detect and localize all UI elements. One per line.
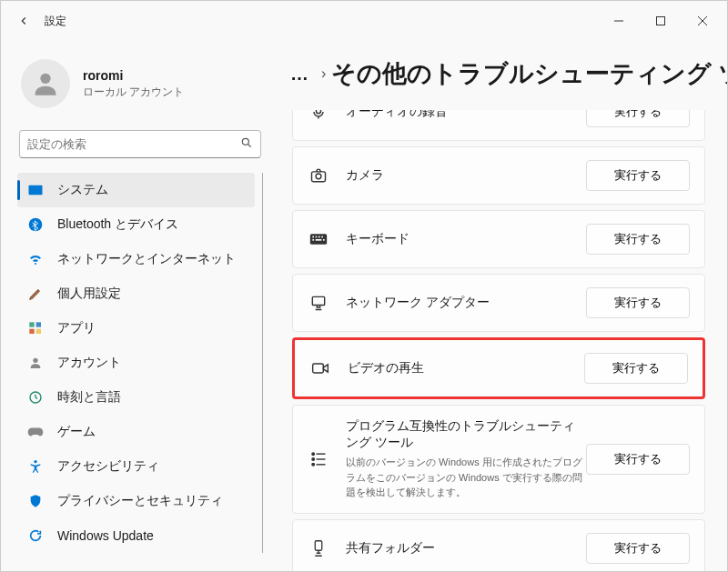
run-button[interactable]: 実行する <box>586 287 690 318</box>
sidebar-item-label: Windows Update <box>57 528 154 543</box>
card-title: プログラム互換性のトラブルシューティング ツール <box>346 418 586 451</box>
svg-point-18 <box>316 174 321 179</box>
sidebar-item-label: アプリ <box>57 320 96 336</box>
sidebar-item-label: Bluetooth とデバイス <box>57 216 178 233</box>
sidebar-item-label: ゲーム <box>57 424 96 440</box>
sidebar-item-label: アカウント <box>57 355 121 371</box>
sidebar-item-bluetooth[interactable]: Bluetooth とデバイス <box>17 207 255 242</box>
card-audio-recording: オーディオの録音 実行する <box>292 110 705 141</box>
run-button[interactable]: 実行する <box>586 224 690 255</box>
troubleshooter-list: オーディオの録音 実行する カメラ 実行する キーボード 実行する ネットワーク… <box>281 110 727 571</box>
sidebar-item-personalization[interactable]: 個人用設定 <box>17 276 255 311</box>
maximize-button[interactable] <box>640 6 682 35</box>
network-icon <box>26 250 45 268</box>
sidebar-item-label: アクセシビリティ <box>57 458 159 475</box>
profile-type: ローカル アカウント <box>83 85 184 100</box>
close-button[interactable] <box>682 6 723 35</box>
accounts-icon <box>26 354 45 372</box>
card-title: ビデオの再生 <box>348 360 584 376</box>
gaming-icon <box>26 423 45 441</box>
run-button[interactable]: 実行する <box>584 353 688 384</box>
sidebar-item-label: 時刻と言語 <box>57 389 121 406</box>
sidebar-item-time[interactable]: 時刻と言語 <box>17 380 255 415</box>
search-box[interactable] <box>19 130 261 158</box>
breadcrumb-ellipsis[interactable]: … <box>290 64 308 85</box>
svg-point-4 <box>40 74 50 84</box>
profile-name: roromi <box>83 68 184 83</box>
window-title: 設定 <box>45 14 66 29</box>
sidebar-item-gaming[interactable]: ゲーム <box>17 415 255 449</box>
run-button[interactable]: 実行する <box>586 160 690 191</box>
run-button[interactable]: 実行する <box>586 533 690 564</box>
svg-rect-9 <box>29 322 34 326</box>
privacy-icon <box>26 492 45 510</box>
card-description: 以前のバージョンの Windows 用に作成されたプログラムをこのバージョンの … <box>346 455 586 500</box>
card-program-compatibility: プログラム互換性のトラブルシューティング ツール 以前のバージョンの Windo… <box>292 405 705 514</box>
search-icon <box>240 136 253 152</box>
svg-rect-11 <box>29 329 34 334</box>
chevron-right-icon: › <box>321 65 326 82</box>
svg-point-5 <box>242 138 248 145</box>
sidebar-item-label: プライバシーとセキュリティ <box>57 493 223 509</box>
sidebar-item-accessibility[interactable]: アクセシビリティ <box>17 449 255 484</box>
keyboard-icon <box>308 228 329 250</box>
breadcrumb: … › その他のトラブルシューティング ツール <box>281 50 727 110</box>
svg-rect-32 <box>315 540 322 550</box>
apps-icon <box>26 319 45 337</box>
svg-point-30 <box>312 458 315 461</box>
sidebar-item-label: システム <box>57 182 108 198</box>
time-icon <box>26 388 45 406</box>
svg-rect-25 <box>316 239 322 241</box>
svg-point-29 <box>312 453 315 456</box>
card-title: ネットワーク アダプター <box>346 295 586 311</box>
nav-list: システム Bluetooth とデバイス ネットワークとインターネット 個人用設… <box>17 173 263 553</box>
card-title: 共有フォルダー <box>346 540 586 557</box>
settings-window: 設定 roromi ローカル アカウント <box>0 0 728 572</box>
svg-rect-1 <box>657 17 665 25</box>
compat-icon <box>308 448 329 470</box>
card-camera: カメラ 実行する <box>292 146 705 205</box>
sidebar-item-label: ネットワークとインターネット <box>57 251 236 267</box>
search-input[interactable] <box>27 137 240 151</box>
share-icon <box>308 537 329 559</box>
content-area: roromi ローカル アカウント システム Bluetooth とデバイス <box>1 41 727 571</box>
profile-section[interactable]: roromi ローカル アカウント <box>17 45 263 125</box>
svg-rect-28 <box>313 364 324 373</box>
sidebar-item-update[interactable]: Windows Update <box>17 518 255 553</box>
run-button[interactable]: 実行する <box>586 110 690 127</box>
minimize-button[interactable] <box>598 6 640 35</box>
avatar <box>21 59 70 108</box>
sidebar-item-network[interactable]: ネットワークとインターネット <box>17 242 255 276</box>
video-icon <box>309 357 331 379</box>
card-title: カメラ <box>346 167 586 184</box>
svg-rect-12 <box>36 329 41 334</box>
main-panel: … › その他のトラブルシューティング ツール オーディオの録音 実行する カメ… <box>274 41 727 571</box>
titlebar: 設定 <box>1 1 727 41</box>
svg-point-8 <box>29 218 43 232</box>
card-title: キーボード <box>346 231 586 247</box>
sidebar-item-apps[interactable]: アプリ <box>17 311 255 346</box>
sidebar-item-system[interactable]: システム <box>17 173 255 207</box>
adapter-icon <box>308 292 329 314</box>
sidebar-item-label: 個人用設定 <box>57 286 121 302</box>
svg-rect-22 <box>318 236 320 238</box>
bluetooth-icon <box>26 216 45 234</box>
svg-rect-26 <box>323 239 325 241</box>
page-title: その他のトラブルシューティング ツール <box>331 57 727 90</box>
svg-point-13 <box>33 358 37 363</box>
personalization-icon <box>26 285 45 303</box>
card-network-adapter: ネットワーク アダプター 実行する <box>292 274 705 332</box>
run-button[interactable]: 実行する <box>586 444 690 475</box>
camera-icon <box>308 165 329 186</box>
svg-rect-20 <box>312 236 314 238</box>
sidebar-item-privacy[interactable]: プライバシーとセキュリティ <box>17 484 255 518</box>
svg-point-15 <box>34 460 36 463</box>
card-keyboard: キーボード 実行する <box>292 210 705 268</box>
svg-rect-16 <box>317 110 321 114</box>
svg-rect-21 <box>316 236 318 238</box>
mic-icon <box>308 110 329 123</box>
card-video-playback: ビデオの再生 実行する <box>292 337 705 399</box>
sidebar-item-accounts[interactable]: アカウント <box>17 346 255 380</box>
back-button[interactable] <box>10 7 37 35</box>
svg-rect-10 <box>36 322 41 326</box>
